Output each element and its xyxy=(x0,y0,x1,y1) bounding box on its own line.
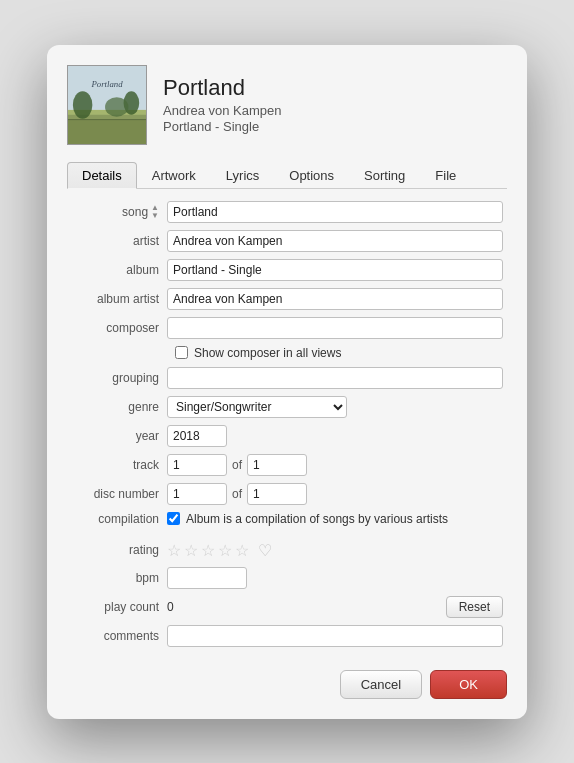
track-input[interactable] xyxy=(167,454,227,476)
grouping-label: grouping xyxy=(67,371,167,385)
album-input[interactable] xyxy=(167,259,503,281)
composer-row: composer xyxy=(67,317,503,339)
bpm-label: bpm xyxy=(67,571,167,585)
show-composer-row: Show composer in all views xyxy=(67,346,503,360)
reset-button[interactable]: Reset xyxy=(446,596,503,618)
tab-lyrics[interactable]: Lyrics xyxy=(211,162,274,189)
tab-details[interactable]: Details xyxy=(67,162,137,189)
year-input[interactable] xyxy=(167,425,227,447)
tabs-bar: Details Artwork Lyrics Options Sorting F… xyxy=(67,161,507,189)
tab-sorting[interactable]: Sorting xyxy=(349,162,420,189)
svg-point-5 xyxy=(73,91,93,118)
track-total-input[interactable] xyxy=(247,454,307,476)
play-count-value: 0 xyxy=(167,600,446,614)
comments-row: comments xyxy=(67,625,503,647)
disc-of-label: of xyxy=(232,487,242,501)
grouping-row: grouping xyxy=(67,367,503,389)
play-count-label: play count xyxy=(67,600,167,614)
song-label-group: song ▲ ▼ xyxy=(67,204,167,220)
grouping-input[interactable] xyxy=(167,367,503,389)
bpm-input[interactable] xyxy=(167,567,247,589)
composer-label: composer xyxy=(67,321,167,335)
svg-text:Portland: Portland xyxy=(90,79,123,89)
track-label: track xyxy=(67,458,167,472)
song-down-arrow[interactable]: ▼ xyxy=(151,212,159,220)
song-row: song ▲ ▼ xyxy=(67,201,503,223)
compilation-check-group: Album is a compilation of songs by vario… xyxy=(167,512,448,526)
artist-label: artist xyxy=(67,234,167,248)
compilation-text: Album is a compilation of songs by vario… xyxy=(186,512,448,526)
disc-label: disc number xyxy=(67,487,167,501)
svg-point-7 xyxy=(105,97,128,117)
album-row: album xyxy=(67,259,503,281)
rating-row: rating ☆ ☆ ☆ ☆ ☆ ♡ xyxy=(67,541,503,560)
artist-input[interactable] xyxy=(167,230,503,252)
star-2[interactable]: ☆ xyxy=(184,541,198,560)
album-label: album xyxy=(67,263,167,277)
track-of-label: of xyxy=(232,458,242,472)
rating-label: rating xyxy=(67,543,167,557)
star-5[interactable]: ☆ xyxy=(235,541,249,560)
disc-row: disc number of xyxy=(67,483,503,505)
bpm-row: bpm xyxy=(67,567,503,589)
cancel-button[interactable]: Cancel xyxy=(340,670,422,699)
header-artist: Andrea von Kampen xyxy=(163,103,282,118)
song-label: song xyxy=(122,205,148,219)
album-artist-row: album artist xyxy=(67,288,503,310)
track-row: track of xyxy=(67,454,503,476)
header: Portland Portland Andrea von Kampen Port… xyxy=(67,65,507,145)
divider xyxy=(67,533,503,541)
compilation-checkbox[interactable] xyxy=(167,512,180,525)
artist-row: artist xyxy=(67,230,503,252)
svg-rect-9 xyxy=(68,119,146,143)
genre-label: genre xyxy=(67,400,167,414)
tab-file[interactable]: File xyxy=(420,162,471,189)
footer: Cancel OK xyxy=(67,670,507,699)
year-row: year xyxy=(67,425,503,447)
star-3[interactable]: ☆ xyxy=(201,541,215,560)
show-composer-checkbox[interactable] xyxy=(175,346,188,359)
form-area: song ▲ ▼ artist album album artist comp xyxy=(67,201,507,654)
disc-total-input[interactable] xyxy=(247,483,307,505)
compilation-row: compilation Album is a compilation of so… xyxy=(67,512,503,526)
star-4[interactable]: ☆ xyxy=(218,541,232,560)
comments-input[interactable] xyxy=(167,625,503,647)
comments-label: comments xyxy=(67,629,167,643)
album-artist-input[interactable] xyxy=(167,288,503,310)
tab-options[interactable]: Options xyxy=(274,162,349,189)
header-info: Portland Andrea von Kampen Portland - Si… xyxy=(163,75,282,134)
genre-row: genre Singer/Songwriter Pop Rock Jazz Cl… xyxy=(67,396,503,418)
song-title: Portland xyxy=(163,75,282,101)
play-count-row: play count 0 Reset xyxy=(67,596,503,618)
composer-input[interactable] xyxy=(167,317,503,339)
album-artwork: Portland xyxy=(67,65,147,145)
rating-stars: ☆ ☆ ☆ ☆ ☆ ♡ xyxy=(167,541,272,560)
tab-artwork[interactable]: Artwork xyxy=(137,162,211,189)
genre-select[interactable]: Singer/Songwriter Pop Rock Jazz Classica… xyxy=(167,396,347,418)
heart-icon[interactable]: ♡ xyxy=(258,541,272,560)
dialog: Portland Portland Andrea von Kampen Port… xyxy=(47,45,527,719)
album-artist-label: album artist xyxy=(67,292,167,306)
compilation-label: compilation xyxy=(67,512,167,526)
year-label: year xyxy=(67,429,167,443)
header-album: Portland - Single xyxy=(163,119,282,134)
star-1[interactable]: ☆ xyxy=(167,541,181,560)
song-input[interactable] xyxy=(167,201,503,223)
disc-input[interactable] xyxy=(167,483,227,505)
song-arrows: ▲ ▼ xyxy=(151,204,159,220)
ok-button[interactable]: OK xyxy=(430,670,507,699)
show-composer-label: Show composer in all views xyxy=(194,346,341,360)
